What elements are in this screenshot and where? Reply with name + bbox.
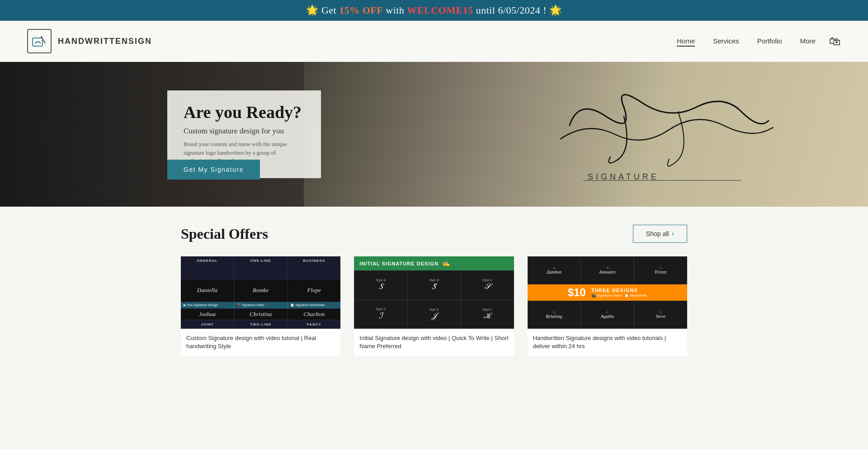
shop-all-button[interactable]: Shop all › — [633, 225, 687, 243]
card-2-title: Initial Signature design with video | Qu… — [354, 329, 514, 356]
product-card-2[interactable]: INITIAL SIGNATURE DESIGN ✍ Style A 𝑆 Sty… — [354, 256, 514, 356]
header: HANDWRITTENSIGN Home Services Portfolio … — [0, 21, 868, 62]
product-card-1[interactable]: GENERAL ONE-LINE BUSINESS Daniella — [181, 256, 340, 356]
product-cards-row: GENERAL ONE-LINE BUSINESS Daniella — [181, 256, 687, 356]
special-offers-section: Special Offers Shop all › GENERAL ONE-LI… — [0, 207, 868, 374]
card-3-image: -A Zambon -B Annuaire -C Trieste — [528, 256, 687, 329]
nav-item-home[interactable]: Home — [677, 37, 695, 45]
signature-svg: SIGNATURE — [542, 80, 778, 189]
hero-cta[interactable]: Get My Signature — [167, 160, 260, 180]
hero-subtitle: Custom signature design for you — [184, 127, 305, 136]
signature-image: SIGNATURE — [542, 80, 778, 190]
card-2-image: INITIAL SIGNATURE DESIGN ✍ Style A 𝑆 Sty… — [354, 256, 514, 329]
shop-all-label: Shop all — [646, 230, 669, 237]
cart-icon[interactable]: 🛍 — [829, 34, 841, 48]
sun-left-icon: 🌟 — [306, 5, 319, 16]
promo-code: WELCOME15 — [407, 5, 473, 16]
main-nav: Home Services Portfolio More — [677, 37, 816, 45]
nav-item-more[interactable]: More — [800, 37, 816, 45]
card-1-title: Custom Signature design with video tutor… — [181, 329, 340, 356]
card-1-design: GENERAL ONE-LINE BUSINESS Daniella — [181, 256, 340, 329]
logo-area: HANDWRITTENSIGN — [27, 29, 677, 53]
logo-svg — [32, 33, 47, 49]
card-1-image: GENERAL ONE-LINE BUSINESS Daniella — [181, 256, 340, 329]
hero-title: Are you Ready? — [184, 103, 305, 122]
svg-text:SIGNATURE: SIGNATURE — [588, 172, 659, 181]
nav-item-portfolio[interactable]: Portfolio — [757, 37, 782, 45]
offers-title: Special Offers — [181, 226, 268, 242]
nav-item-services[interactable]: Services — [713, 37, 739, 45]
chevron-right-icon: › — [672, 230, 674, 238]
hero-section: Are you Ready? Custom signature design f… — [0, 62, 868, 207]
product-card-3[interactable]: -A Zambon -B Annuaire -C Trieste — [528, 256, 687, 356]
card-3-title: Handwritten Signature designs with video… — [528, 329, 687, 356]
get-signature-button[interactable]: Get My Signature — [167, 160, 260, 180]
sun-right-icon: 🌟 — [549, 5, 562, 16]
logo-text: HANDWRITTENSIGN — [58, 37, 152, 46]
discount-text: 15% OFF — [339, 5, 383, 16]
logo-icon — [27, 29, 52, 53]
promo-banner: 🌟 Get 15% OFF with WELCOME15 until 6/05/… — [0, 0, 868, 21]
svg-point-2 — [41, 36, 42, 38]
offers-header: Special Offers Shop all › — [181, 225, 687, 243]
